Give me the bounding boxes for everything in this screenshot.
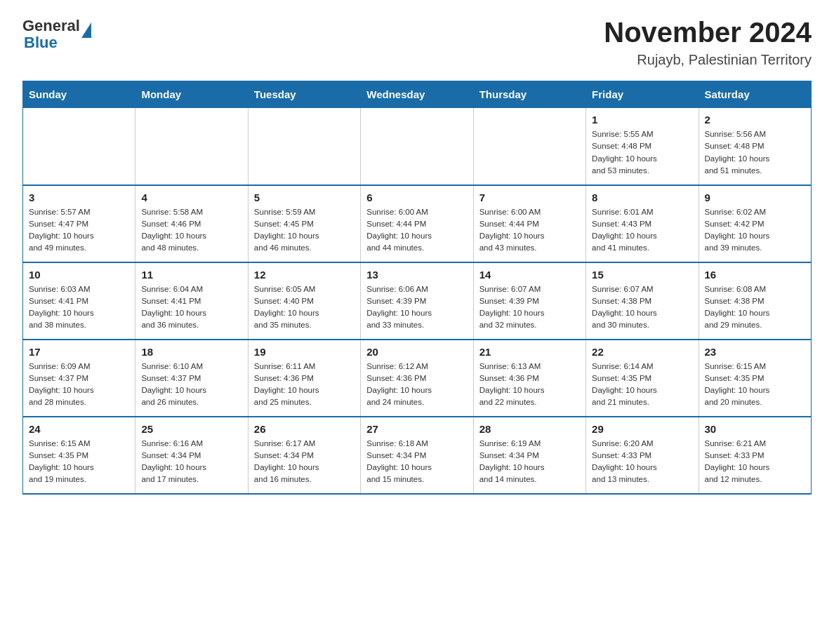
calendar-day-cell: 10Sunrise: 6:03 AMSunset: 4:41 PMDayligh… xyxy=(23,262,135,340)
day-of-week-header: Tuesday xyxy=(248,81,360,108)
day-number: 26 xyxy=(254,423,355,435)
day-info: Sunrise: 6:07 AMSunset: 4:39 PMDaylight:… xyxy=(479,283,580,332)
day-number: 16 xyxy=(705,269,805,281)
day-info: Sunrise: 6:15 AMSunset: 4:35 PMDaylight:… xyxy=(705,361,805,409)
calendar-day-cell: 19Sunrise: 6:11 AMSunset: 4:36 PMDayligh… xyxy=(248,340,360,417)
calendar-day-cell xyxy=(248,108,360,185)
calendar-day-cell: 2Sunrise: 5:56 AMSunset: 4:48 PMDaylight… xyxy=(699,108,811,185)
day-number: 7 xyxy=(479,192,580,203)
calendar-day-cell: 23Sunrise: 6:15 AMSunset: 4:35 PMDayligh… xyxy=(699,340,811,417)
day-info: Sunrise: 6:13 AMSunset: 4:36 PMDaylight:… xyxy=(479,361,580,409)
day-info: Sunrise: 6:21 AMSunset: 4:33 PMDaylight:… xyxy=(705,438,805,486)
day-number: 19 xyxy=(254,346,355,358)
day-info: Sunrise: 6:15 AMSunset: 4:35 PMDaylight:… xyxy=(29,438,129,486)
calendar-day-cell: 21Sunrise: 6:13 AMSunset: 4:36 PMDayligh… xyxy=(473,340,585,417)
calendar-day-cell: 17Sunrise: 6:09 AMSunset: 4:37 PMDayligh… xyxy=(23,340,135,417)
day-info: Sunrise: 6:09 AMSunset: 4:37 PMDaylight:… xyxy=(29,361,129,409)
day-info: Sunrise: 6:05 AMSunset: 4:40 PMDaylight:… xyxy=(254,283,355,332)
calendar-subtitle: Rujayb, Palestinian Territory xyxy=(604,52,812,68)
day-number: 23 xyxy=(705,346,805,358)
day-info: Sunrise: 6:03 AMSunset: 4:41 PMDaylight:… xyxy=(29,283,129,332)
calendar-header-row: SundayMondayTuesdayWednesdayThursdayFrid… xyxy=(23,81,812,108)
day-number: 1 xyxy=(592,114,692,126)
calendar-day-cell xyxy=(135,108,248,185)
calendar-week-row: 24Sunrise: 6:15 AMSunset: 4:35 PMDayligh… xyxy=(23,417,812,494)
day-info: Sunrise: 6:17 AMSunset: 4:34 PMDaylight:… xyxy=(254,438,355,486)
calendar-week-row: 10Sunrise: 6:03 AMSunset: 4:41 PMDayligh… xyxy=(23,262,812,340)
day-of-week-header: Sunday xyxy=(23,81,135,108)
calendar-day-cell: 4Sunrise: 5:58 AMSunset: 4:46 PMDaylight… xyxy=(135,185,248,262)
day-info: Sunrise: 6:14 AMSunset: 4:35 PMDaylight:… xyxy=(592,361,692,409)
logo-blue-text: Blue xyxy=(24,34,91,52)
day-of-week-header: Saturday xyxy=(699,81,811,108)
day-of-week-header: Thursday xyxy=(473,81,585,108)
calendar-day-cell: 29Sunrise: 6:20 AMSunset: 4:33 PMDayligh… xyxy=(586,417,699,494)
day-of-week-header: Friday xyxy=(586,81,699,108)
day-number: 4 xyxy=(141,192,241,203)
calendar-day-cell: 25Sunrise: 6:16 AMSunset: 4:34 PMDayligh… xyxy=(135,417,248,494)
day-info: Sunrise: 6:16 AMSunset: 4:34 PMDaylight:… xyxy=(141,438,241,486)
calendar-day-cell: 8Sunrise: 6:01 AMSunset: 4:43 PMDaylight… xyxy=(586,185,699,262)
day-info: Sunrise: 6:08 AMSunset: 4:38 PMDaylight:… xyxy=(705,283,805,332)
day-number: 17 xyxy=(29,346,129,358)
day-of-week-header: Wednesday xyxy=(361,81,473,108)
calendar-week-row: 1Sunrise: 5:55 AMSunset: 4:48 PMDaylight… xyxy=(23,108,812,185)
day-info: Sunrise: 5:58 AMSunset: 4:46 PMDaylight:… xyxy=(141,206,241,255)
day-info: Sunrise: 6:19 AMSunset: 4:34 PMDaylight:… xyxy=(479,438,580,486)
calendar-day-cell: 16Sunrise: 6:08 AMSunset: 4:38 PMDayligh… xyxy=(699,262,811,340)
day-number: 27 xyxy=(366,423,467,435)
calendar-day-cell: 3Sunrise: 5:57 AMSunset: 4:47 PMDaylight… xyxy=(23,185,135,262)
day-info: Sunrise: 6:00 AMSunset: 4:44 PMDaylight:… xyxy=(479,206,580,255)
day-number: 12 xyxy=(254,269,355,281)
calendar-day-cell: 28Sunrise: 6:19 AMSunset: 4:34 PMDayligh… xyxy=(473,417,585,494)
day-info: Sunrise: 6:20 AMSunset: 4:33 PMDaylight:… xyxy=(592,438,692,486)
day-number: 29 xyxy=(592,423,692,435)
day-number: 18 xyxy=(141,346,241,358)
calendar-day-cell: 13Sunrise: 6:06 AMSunset: 4:39 PMDayligh… xyxy=(361,262,473,340)
day-number: 15 xyxy=(592,269,692,281)
day-info: Sunrise: 6:01 AMSunset: 4:43 PMDaylight:… xyxy=(592,206,692,255)
calendar-day-cell: 22Sunrise: 6:14 AMSunset: 4:35 PMDayligh… xyxy=(586,340,699,417)
calendar-day-cell: 1Sunrise: 5:55 AMSunset: 4:48 PMDaylight… xyxy=(586,108,699,185)
title-area: November 2024 Rujayb, Palestinian Territ… xyxy=(604,17,812,68)
calendar-day-cell: 18Sunrise: 6:10 AMSunset: 4:37 PMDayligh… xyxy=(135,340,248,417)
logo-general-text: General xyxy=(22,17,80,35)
day-number: 9 xyxy=(705,192,805,203)
calendar-day-cell: 30Sunrise: 6:21 AMSunset: 4:33 PMDayligh… xyxy=(699,417,811,494)
day-info: Sunrise: 6:11 AMSunset: 4:36 PMDaylight:… xyxy=(254,361,355,409)
day-number: 28 xyxy=(479,423,580,435)
calendar-day-cell: 20Sunrise: 6:12 AMSunset: 4:36 PMDayligh… xyxy=(361,340,473,417)
day-info: Sunrise: 6:06 AMSunset: 4:39 PMDaylight:… xyxy=(366,283,467,332)
calendar-day-cell: 7Sunrise: 6:00 AMSunset: 4:44 PMDaylight… xyxy=(473,185,585,262)
calendar-title: November 2024 xyxy=(604,17,812,48)
calendar-day-cell: 12Sunrise: 6:05 AMSunset: 4:40 PMDayligh… xyxy=(248,262,360,340)
day-number: 24 xyxy=(29,423,129,435)
day-of-week-header: Monday xyxy=(135,81,248,108)
calendar-day-cell: 9Sunrise: 6:02 AMSunset: 4:42 PMDaylight… xyxy=(699,185,811,262)
calendar-day-cell xyxy=(473,108,585,185)
calendar-day-cell: 24Sunrise: 6:15 AMSunset: 4:35 PMDayligh… xyxy=(23,417,135,494)
day-info: Sunrise: 5:57 AMSunset: 4:47 PMDaylight:… xyxy=(29,206,129,255)
day-info: Sunrise: 6:04 AMSunset: 4:41 PMDaylight:… xyxy=(141,283,241,332)
day-info: Sunrise: 6:18 AMSunset: 4:34 PMDaylight:… xyxy=(366,438,467,486)
day-number: 10 xyxy=(29,269,129,281)
day-number: 20 xyxy=(366,346,467,358)
day-number: 3 xyxy=(29,192,129,203)
header: General Blue November 2024 Rujayb, Pales… xyxy=(22,17,812,68)
day-info: Sunrise: 6:12 AMSunset: 4:36 PMDaylight:… xyxy=(366,361,467,409)
calendar-day-cell: 6Sunrise: 6:00 AMSunset: 4:44 PMDaylight… xyxy=(361,185,473,262)
calendar-day-cell: 27Sunrise: 6:18 AMSunset: 4:34 PMDayligh… xyxy=(361,417,473,494)
day-number: 11 xyxy=(141,269,241,281)
day-info: Sunrise: 6:10 AMSunset: 4:37 PMDaylight:… xyxy=(141,361,241,409)
day-info: Sunrise: 6:07 AMSunset: 4:38 PMDaylight:… xyxy=(592,283,692,332)
day-number: 30 xyxy=(705,423,805,435)
calendar-week-row: 3Sunrise: 5:57 AMSunset: 4:47 PMDaylight… xyxy=(23,185,812,262)
day-number: 14 xyxy=(479,269,580,281)
day-number: 22 xyxy=(592,346,692,358)
day-info: Sunrise: 5:59 AMSunset: 4:45 PMDaylight:… xyxy=(254,206,355,255)
logo: General Blue xyxy=(22,17,91,52)
calendar-day-cell xyxy=(23,108,135,185)
calendar-day-cell: 26Sunrise: 6:17 AMSunset: 4:34 PMDayligh… xyxy=(248,417,360,494)
calendar-table: SundayMondayTuesdayWednesdayThursdayFrid… xyxy=(22,81,812,495)
calendar-day-cell: 5Sunrise: 5:59 AMSunset: 4:45 PMDaylight… xyxy=(248,185,360,262)
